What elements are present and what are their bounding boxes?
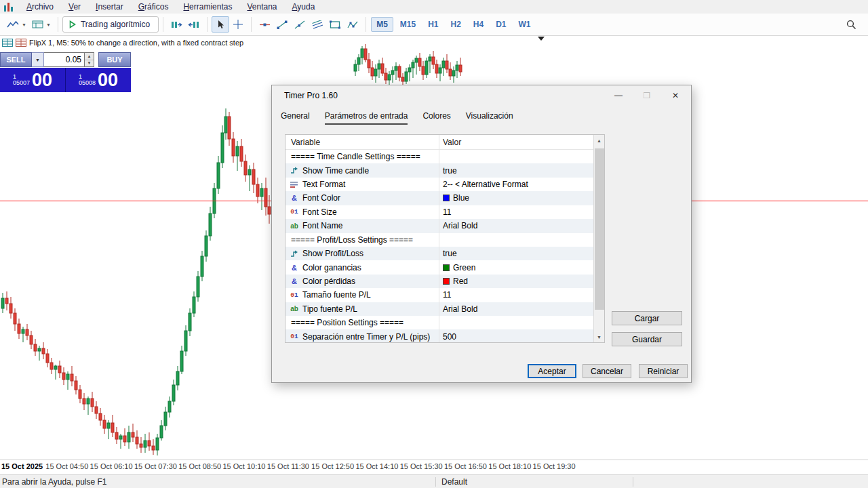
timeframe-h4[interactable]: H4	[468, 17, 489, 32]
tab-colores[interactable]: Colores	[422, 111, 450, 125]
param-row[interactable]: 01Separación entre Timer y P/L (pips)500	[285, 329, 604, 343]
integer-param-icon: 01	[290, 333, 299, 340]
maximize-button[interactable]: ❒	[638, 89, 656, 102]
tab-par-metros-de-entrada[interactable]: Parámetros de entrada	[325, 111, 408, 125]
param-value-cell[interactable]	[439, 316, 595, 329]
minimize-button[interactable]: —	[610, 89, 627, 102]
param-row[interactable]: &Color pérdidasRed	[285, 274, 604, 288]
param-name: Font Name	[302, 221, 342, 230]
table-scrollbar[interactable]: ▲ ▼	[593, 135, 604, 342]
shift-forward-button[interactable]	[167, 16, 185, 33]
scroll-up-icon[interactable]: ▲	[594, 135, 604, 146]
param-value-cell[interactable]: 500	[439, 329, 595, 343]
param-row[interactable]: Text Format2-- < Alternative Format	[285, 178, 604, 191]
step-up-icon[interactable]: ▲	[85, 53, 94, 60]
param-separator-row[interactable]: ===== Time Candle Settings =====	[285, 150, 604, 163]
polyline-tool-button[interactable]	[344, 16, 361, 33]
load-button[interactable]: Cargar	[612, 311, 682, 325]
trendline-tool-button[interactable]	[273, 16, 291, 33]
param-name: Show Profit/Loss	[302, 249, 363, 258]
param-value: Blue	[453, 193, 469, 203]
buy-button[interactable]: BUY	[98, 52, 131, 67]
param-name: Text Format	[302, 180, 345, 189]
param-name-cell: abTipo fuente P/L	[285, 302, 439, 316]
param-value-cell[interactable]	[439, 233, 595, 247]
sell-price-panel[interactable]: 105007 00	[0, 68, 65, 92]
scroll-down-icon[interactable]: ▼	[594, 331, 604, 342]
color-swatch	[443, 195, 450, 201]
param-row[interactable]: &Color gananciasGreen	[285, 260, 604, 274]
buy-price-panel[interactable]: 105008 00	[66, 68, 131, 92]
menu-ver[interactable]: Ver	[61, 1, 88, 13]
ray-tool-button[interactable]	[291, 16, 309, 33]
param-separator-row[interactable]: ===== Position Settings =====	[285, 316, 604, 329]
cancel-button[interactable]: Cancelar	[583, 364, 631, 378]
step-down-icon[interactable]: ▼	[85, 60, 94, 67]
timeframe-h1[interactable]: H1	[422, 17, 443, 32]
menu-herramientas[interactable]: Herramientas	[176, 1, 239, 13]
menu-ayuda[interactable]: Ayuda	[285, 1, 323, 13]
param-row[interactable]: &Font ColorBlue	[285, 191, 604, 205]
reset-button[interactable]: Reiniciar	[639, 364, 688, 378]
timeframe-h2[interactable]: H2	[446, 17, 467, 32]
param-row[interactable]: Show Time candletrue	[285, 163, 604, 177]
profile-selector[interactable]: Default	[436, 477, 633, 487]
save-button[interactable]: Guardar	[612, 332, 682, 346]
dialog-title-bar[interactable]: Timer Pro 1.60 — ❒ ✕	[272, 85, 691, 106]
sell-button[interactable]: SELL	[0, 52, 32, 67]
axis-label: 15 Oct 11:30	[267, 462, 309, 470]
param-value-cell[interactable]: 11	[439, 288, 595, 302]
close-button[interactable]: ✕	[667, 89, 684, 102]
param-value-cell[interactable]: Arial Bold	[439, 219, 595, 232]
chart-type-dropdown-button[interactable]: ▼	[4, 16, 29, 33]
volume-stepper[interactable]: ▲▼	[85, 52, 94, 67]
menu-archivo[interactable]: Archivo	[19, 1, 61, 13]
shapes-tool-button[interactable]	[326, 16, 344, 33]
param-value-cell[interactable]: 11	[439, 205, 595, 219]
color-param-icon: &	[290, 277, 299, 285]
toolbar-separator	[163, 17, 163, 32]
param-value-cell[interactable]: true	[439, 247, 595, 260]
param-row[interactable]: abFont NameArial Bold	[285, 219, 604, 232]
search-button[interactable]	[842, 16, 860, 33]
timeframe-m15[interactable]: M15	[395, 17, 421, 32]
tab-general[interactable]: General	[281, 111, 310, 125]
param-value-cell[interactable]: 2-- < Alternative Format	[439, 178, 595, 191]
param-row[interactable]: 01Font Size11	[285, 205, 604, 219]
menu-insertar[interactable]: Insertar	[88, 1, 131, 13]
timeframe-d1[interactable]: D1	[490, 17, 511, 32]
ok-button[interactable]: Aceptar	[528, 364, 576, 378]
cursor-tool-button[interactable]	[212, 16, 229, 33]
param-value-cell[interactable]: true	[439, 163, 595, 177]
chart-info-line: FlipX 1, M5: 50% to change a direction, …	[2, 39, 243, 47]
horizontal-line-tool-button[interactable]	[256, 16, 273, 33]
timeframe-m5[interactable]: M5	[371, 17, 393, 32]
param-name: Show Time candle	[302, 166, 369, 176]
menu-gráficos[interactable]: Gráficos	[131, 1, 176, 13]
param-value: 11	[443, 290, 451, 300]
menu-ventana[interactable]: Ventana	[239, 1, 284, 13]
crosshair-tool-button[interactable]	[229, 16, 247, 33]
chart-window-dropdown-button[interactable]: ▼	[29, 16, 54, 33]
header-valor: Valor	[439, 138, 461, 147]
shift-back-button[interactable]	[185, 16, 203, 33]
timeframe-w1[interactable]: W1	[513, 17, 536, 32]
grid-table-icon[interactable]	[2, 39, 13, 47]
param-row[interactable]: 01Tamaño fuente P/L11	[285, 288, 604, 302]
param-separator-row[interactable]: ===== Profit/Loss Settings =====	[285, 233, 604, 247]
volume-dropdown-button[interactable]: ▼	[32, 52, 44, 67]
channel-tool-button[interactable]	[309, 16, 326, 33]
param-value-cell[interactable]: Green	[439, 260, 595, 274]
param-value-cell[interactable]: Red	[439, 274, 595, 288]
algo-trading-button[interactable]: Trading algorítmico	[62, 16, 159, 33]
scrollbar-thumb[interactable]	[595, 148, 604, 310]
param-value-cell[interactable]: Arial Bold	[439, 302, 595, 316]
tab-visualizaci-n[interactable]: Visualización	[466, 111, 513, 125]
toolbar-overflow-icon[interactable]	[538, 37, 545, 41]
param-row[interactable]: Show Profit/Losstrue	[285, 247, 604, 260]
volume-input[interactable]	[44, 52, 85, 67]
param-row[interactable]: abTipo fuente P/LArial Bold	[285, 302, 604, 316]
grid-table-alt-icon[interactable]	[16, 39, 26, 47]
param-value-cell[interactable]: Blue	[439, 191, 595, 205]
param-value-cell[interactable]	[439, 150, 595, 163]
